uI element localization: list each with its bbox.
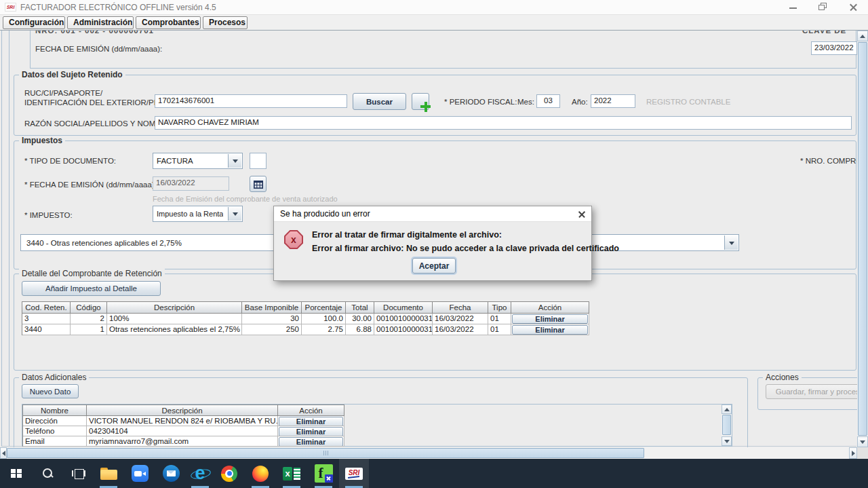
menu-comprobantes[interactable]: Comprobantes <box>136 16 201 29</box>
tipo-documento-value: FACTURA <box>157 157 193 165</box>
taskbar-firefox[interactable] <box>245 459 275 488</box>
scroll-right-icon[interactable] <box>849 447 857 459</box>
menu-administracion[interactable]: Administración <box>67 16 134 29</box>
menu-bar: Configuración Administración Comprobante… <box>0 15 868 31</box>
adicionales-scrollbar[interactable] <box>722 405 732 446</box>
scroll-left-icon[interactable] <box>0 447 7 459</box>
scrollbar-thumb[interactable] <box>722 415 731 435</box>
ruc-label-line1: RUC/CI/PASAPORTE/ <box>24 89 102 97</box>
windows-logo-icon <box>11 469 22 478</box>
menu-configuracion[interactable]: Configuración <box>3 16 65 29</box>
retencion-table: Cod. Reten. Código Descripción Base Impo… <box>22 301 589 335</box>
taskbar-internet-explorer[interactable]: e <box>185 459 215 488</box>
column-header: Descripción <box>107 302 242 314</box>
razon-social-input[interactable]: NAVARRO CHAVEZ MIRIAM <box>155 116 852 130</box>
table-cell: 001001000003124 <box>374 324 433 335</box>
anadir-impuesto-button[interactable]: Añadir Impuesto al Detalle <box>22 281 161 296</box>
restore-button[interactable] <box>812 0 833 15</box>
scroll-up-icon[interactable] <box>857 31 868 41</box>
buscar-button[interactable]: Buscar <box>353 93 406 110</box>
guardar-firmar-button[interactable]: Guardar, firmar y procesa <box>766 384 868 399</box>
minimize-button[interactable] <box>783 0 804 15</box>
scroll-down-icon[interactable] <box>722 436 732 446</box>
dialog-close-icon[interactable] <box>576 209 587 220</box>
table-cell: 100.0 <box>302 314 346 324</box>
taskbar-search-button[interactable] <box>33 459 62 488</box>
scrollbar-corner <box>857 447 868 459</box>
column-header: Código <box>71 302 107 314</box>
column-header: Cod. Reten. <box>22 302 71 314</box>
column-header: Tipo <box>488 302 511 314</box>
eliminar-button[interactable]: Eliminar <box>512 314 588 324</box>
table-cell: 16/03/2022 <box>433 324 488 335</box>
tipo-documento-combobox[interactable]: FACTURA <box>153 153 243 169</box>
ruc-input[interactable]: 1702143676001 <box>155 94 347 108</box>
table-cell: 16/03/2022 <box>433 314 488 324</box>
taskbar-excel[interactable]: x <box>277 459 307 488</box>
column-header: Documento <box>374 302 433 314</box>
chevron-down-icon[interactable] <box>724 236 738 250</box>
taskbar-sri-app[interactable]: SRI <box>339 459 369 488</box>
table-cell: 042304104 <box>87 426 278 436</box>
fecha-emision-field[interactable]: 23/03/2022 <box>811 41 857 55</box>
vertical-scrollbar[interactable] <box>857 31 868 459</box>
start-button[interactable] <box>1 459 31 488</box>
taskbar-facturador-app[interactable]: f <box>309 459 338 488</box>
mes-input[interactable]: 03 <box>536 94 560 108</box>
impuesto-combobox[interactable]: Impuesto a la Renta <box>153 206 243 222</box>
nuevo-dato-button[interactable]: Nuevo Dato <box>22 384 79 398</box>
window-title: FACTURADOR ELECTRÓNICO OFFLINE versión 4… <box>20 3 216 12</box>
column-header: Porcentaje <box>302 302 346 314</box>
scroll-up-icon[interactable] <box>722 405 732 414</box>
eliminar-button[interactable]: Eliminar <box>279 417 343 426</box>
eliminar-button[interactable]: Eliminar <box>512 325 588 335</box>
table-cell: 6.88 <box>346 324 374 335</box>
codigo-retencion-value: 3440 - Otras retenciones aplicables el 2… <box>26 239 182 247</box>
table-cell: VICTOR MANUEL RENDON 824 e/ RIOBAMBA Y R… <box>87 416 278 426</box>
scrollbar-thumb[interactable] <box>7 448 644 458</box>
error-icon: x <box>284 230 303 249</box>
acciones-title: Acciones <box>763 373 802 382</box>
adicionales-table: Nombre Descripción Acción Dirección VICT… <box>22 405 344 447</box>
calendar-button[interactable] <box>250 176 267 192</box>
fecha-emision-hint: Fecha de Emisión del comprobante de vent… <box>153 195 338 203</box>
documento-aux-input[interactable] <box>250 153 267 169</box>
taskbar-mail-app[interactable] <box>156 459 186 488</box>
taskbar-file-explorer[interactable] <box>94 459 123 488</box>
table-cell: myriamnavarro7@gmail.com <box>87 436 278 447</box>
impuestos-title: Impuestos <box>19 136 65 145</box>
taskbar-chrome[interactable] <box>214 459 244 488</box>
task-view-button[interactable] <box>64 459 94 488</box>
error-dialog-titlebar[interactable]: Se ha producido un error <box>274 206 591 222</box>
close-button[interactable] <box>843 0 863 15</box>
chevron-down-icon[interactable] <box>228 154 241 168</box>
scrollbar-thumb[interactable] <box>858 42 867 436</box>
eliminar-button[interactable]: Eliminar <box>279 427 343 436</box>
sri-icon: SRI <box>345 468 363 480</box>
table-cell: 3 <box>22 314 71 324</box>
eliminar-button[interactable]: Eliminar <box>279 437 343 447</box>
window-titlebar: SRI FACTURADOR ELECTRÓNICO OFFLINE versi… <box>0 0 868 15</box>
fecha-emision-comprobante-input[interactable]: 16/03/2022 <box>153 176 229 191</box>
table-cell: 100% <box>107 314 242 324</box>
anio-label: Año: <box>572 98 588 106</box>
firefox-icon <box>252 466 269 482</box>
menu-procesos[interactable]: Procesos <box>203 16 248 29</box>
column-header: Fecha <box>433 302 488 314</box>
aceptar-button[interactable]: Aceptar <box>412 258 456 274</box>
impuesto-value: Impuesto a la Renta <box>157 210 223 218</box>
anio-input[interactable]: 2022 <box>591 94 635 108</box>
column-header: Descripción <box>87 405 278 416</box>
add-sujeto-button[interactable] <box>412 93 429 110</box>
horizontal-scrollbar[interactable] <box>0 447 857 459</box>
registro-contable-label: REGISTRO CONTABLE <box>646 98 730 106</box>
video-camera-icon <box>132 465 149 482</box>
column-header: Base Imponible <box>242 302 302 314</box>
facturador-icon: f <box>315 464 333 483</box>
chevron-down-icon[interactable] <box>228 207 241 221</box>
table-cell: Dirección <box>23 416 87 426</box>
taskbar: e x f SRI 19°C Lluvia ligera ESP 11:30 2… <box>0 459 868 488</box>
calendar-icon <box>254 180 263 189</box>
scroll-down-icon[interactable] <box>857 436 868 447</box>
taskbar-zoom-app[interactable] <box>125 459 155 488</box>
